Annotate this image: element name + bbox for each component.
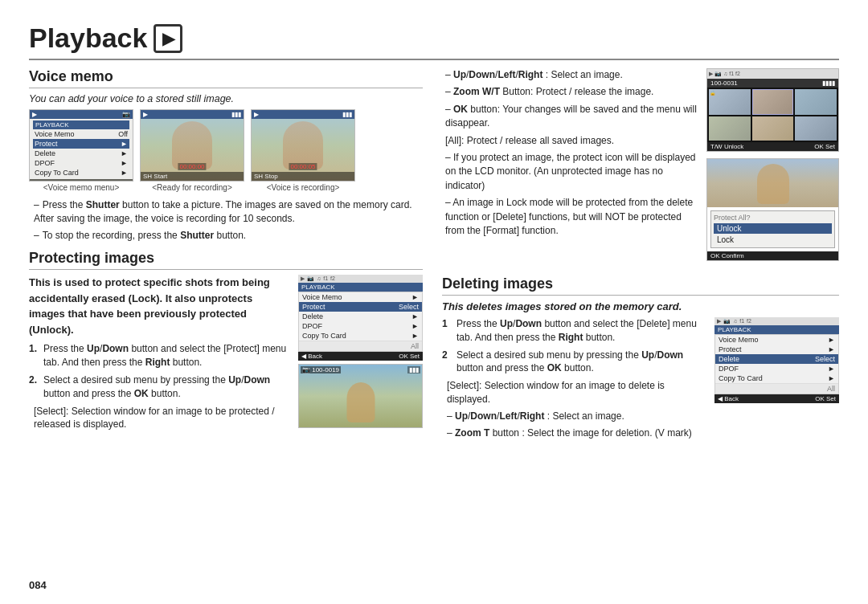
left-column: Voice memo You can add your voice to a s… [29,68,423,443]
delete-step-2: 2 Select a desired sub menu by pressing … [442,349,705,376]
vm-caption-2: <Ready for recording> [140,183,244,192]
vm-screenshot-2: ▶▮▮▮ 00:00:00 SH Start <Ready for record… [140,109,244,192]
right-column: ▶📷♫f1f2 100-0031▮▮▮▮ 🔒 T/W Unlo [442,68,839,443]
right-images: ▶📷♫f1f2 100-0031▮▮▮▮ 🔒 T/W Unlo [706,68,839,261]
vm-screenshot-3: ▶▮▮▮ 00:00:05 SH Stop <Voice is recordin… [251,109,355,192]
protect-camera-screen: ▶📷♫f1f2 PLAYBACK Voice Memo► ProtectSele… [298,275,423,428]
page-title: Playback ▶ [29,22,839,60]
protecting-title: Protecting images [29,250,423,270]
deleting-images-section: Deleting images This deletes images stor… [442,275,839,443]
protect-step-1: 1. Press the Up/Down button and select t… [29,342,289,369]
voice-memo-subtitle: You can add your voice to a stored still… [29,93,423,104]
playback-icon: ▶ [154,24,182,53]
vm-caption-3: <Voice is recording> [251,183,355,192]
vm-screenshot-1: ▶📷 PLAYBACK Voice MemoOff Protect► Delet… [29,109,133,192]
deleting-title: Deleting images [442,275,839,296]
thumbnail-grid-image: ▶📷♫f1f2 100-0031▮▮▮▮ 🔒 T/W Unlo [706,68,839,152]
voice-memo-title: Voice memo [29,68,423,88]
delete-bullet-1: – Up/Down/Left/Right : Select an image. [442,410,705,423]
vm-bullet-2: –To stop the recording, press the Shutte… [29,229,423,243]
voice-memo-section: Voice memo You can add your voice to a s… [29,68,423,242]
page-number: 084 [29,579,47,591]
title-text: Playback [29,22,147,54]
page: Playback ▶ Voice memo You can add your v… [0,0,868,604]
protecting-images-section: Protecting images This is used to protec… [29,250,423,435]
delete-step-1: 1 Press the Up/Down button and select th… [442,317,705,345]
vm-bullet-1: –Press the Shutter button to take a pict… [29,198,423,226]
protect-steps: 1. Press the Up/Down button and select t… [29,342,289,400]
delete-text: 1 Press the Up/Down button and select th… [442,317,705,443]
voice-memo-screenshots: ▶📷 PLAYBACK Voice MemoOff Protect► Delet… [29,109,423,192]
protect-dialog-image: Protect All? Unlock Lock OK Confirm [706,158,839,261]
protect-select-note: [Select]: Selection window for an image … [29,405,289,432]
delete-select-note: [Select]: Selection window for an image … [442,379,705,406]
protect-intro: This is used to protect specific shots f… [29,275,278,337]
delete-camera-screen: ▶📷♫f1f2 PLAYBACK Voice Memo► Protect► De… [714,317,839,403]
delete-bullet-2: – Zoom T button : Select the image for d… [442,426,705,440]
protect-step-2: 2. Select a desired sub menu by pressing… [29,373,289,401]
vm-caption-1: <Voice memo menu> [29,183,133,192]
delete-intro: This deletes images stored on the memory… [442,300,839,312]
